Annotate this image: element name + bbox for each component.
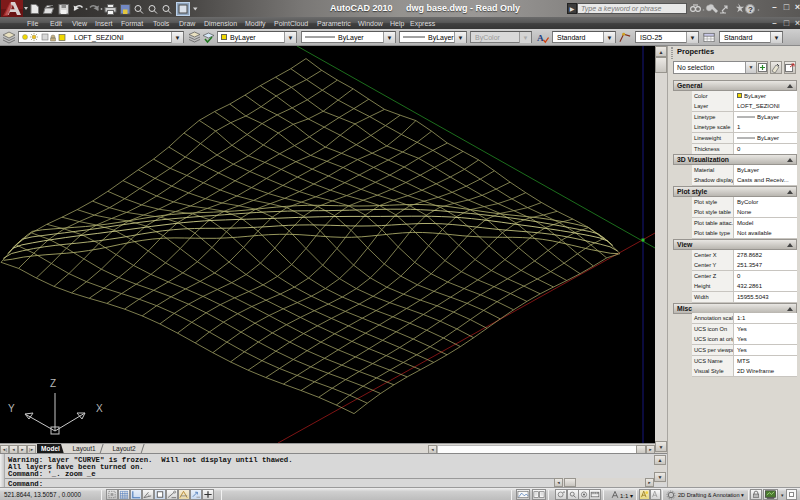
svg-text:Z: Z (50, 378, 56, 389)
svg-text:Y: Y (8, 403, 15, 414)
svg-text:X: X (96, 403, 103, 414)
svg-text:A: A (537, 33, 544, 43)
svg-text:?: ? (748, 5, 753, 14)
